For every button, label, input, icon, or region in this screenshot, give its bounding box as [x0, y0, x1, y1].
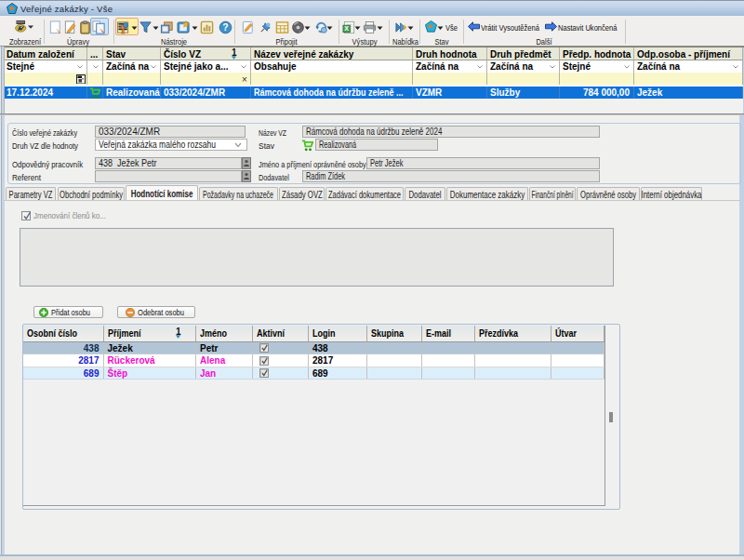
svg-text:?: ? [222, 22, 228, 33]
svg-text:X: X [344, 25, 349, 32]
